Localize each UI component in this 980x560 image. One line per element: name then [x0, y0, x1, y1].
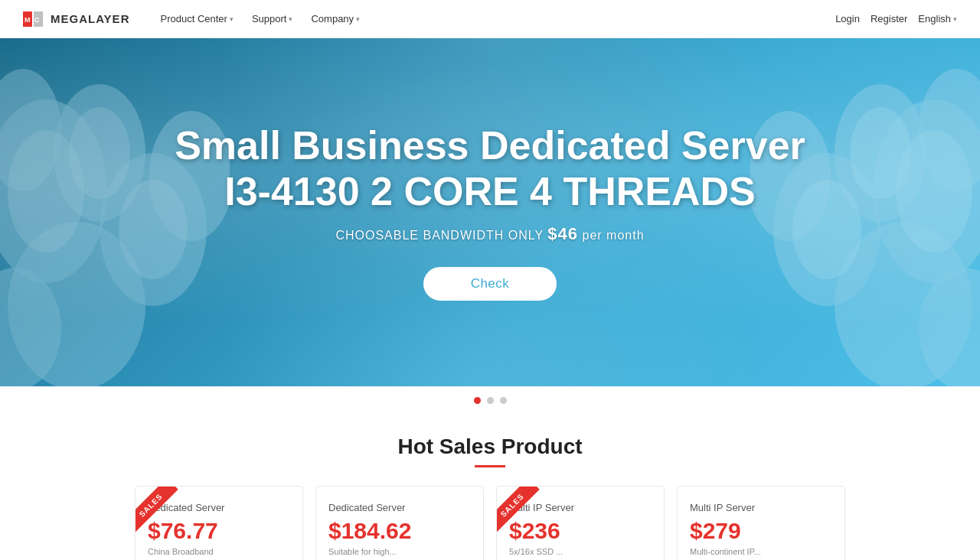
hero-title-line1: Small Business Dedicated Server [175, 124, 805, 168]
card-type-2: Dedicated Server [328, 502, 471, 513]
svg-text:C: C [34, 16, 40, 24]
hero-title-line2: I3-4130 2 CORE 4 THREADS [175, 168, 805, 215]
language-selector[interactable]: English ▾ [918, 13, 957, 24]
nav-links: Product Center ▾ Support ▾ Company ▾ [152, 8, 368, 29]
login-link[interactable]: Login [835, 13, 860, 24]
carousel-dot-2[interactable] [487, 397, 494, 404]
logo[interactable]: M C MEGALAYER [23, 11, 129, 27]
hero-check-button[interactable]: Check [423, 267, 557, 301]
hot-sales-title: Hot Sales Product [15, 435, 965, 459]
logo-icon: M C [23, 11, 46, 27]
carousel-dot-1[interactable] [474, 397, 481, 404]
card-price-4: $279 [690, 518, 832, 544]
brand-name: MEGALAYER [51, 12, 129, 25]
svg-point-22 [850, 107, 911, 199]
card-desc-2: Suitable for high... [328, 547, 471, 556]
product-card-1[interactable]: SALES Dedicated Server $76.77 China Broa… [135, 486, 303, 560]
svg-text:M: M [24, 16, 31, 24]
card-desc-1: China Broadband [148, 547, 290, 556]
carousel-dot-3[interactable] [500, 397, 507, 404]
product-card-4[interactable]: Multi IP Server $279 Multi-continent IP.… [677, 486, 845, 560]
navbar: M C MEGALAYER Product Center ▾ Support ▾… [0, 0, 980, 38]
product-cards-row: SALES Dedicated Server $76.77 China Broa… [15, 486, 965, 560]
register-link[interactable]: Register [871, 13, 907, 24]
card-price-2: $184.62 [328, 518, 471, 544]
sales-badge-1: SALES [135, 486, 188, 539]
chevron-down-icon: ▾ [230, 15, 234, 23]
card-type-4: Multi IP Server [690, 502, 832, 513]
svg-point-12 [69, 107, 130, 199]
chevron-down-icon: ▾ [953, 15, 957, 23]
nav-support[interactable]: Support ▾ [244, 8, 301, 29]
nav-right: Login Register English ▾ [835, 13, 957, 24]
hero-content: Small Business Dedicated Server I3-4130 … [175, 124, 805, 301]
sales-badge-3: SALES [496, 486, 549, 539]
hero-subtitle: CHOOSABLE BANDWIDTH ONLY $46 per month [175, 224, 805, 244]
product-card-2[interactable]: Dedicated Server $184.62 Suitable for hi… [315, 486, 484, 560]
hero-carousel-dots [0, 386, 980, 412]
card-desc-3: 5x/16x SSD ... [509, 547, 652, 556]
card-desc-4: Multi-continent IP... [690, 547, 832, 556]
hero-banner: Small Business Dedicated Server I3-4130 … [0, 38, 980, 386]
chevron-down-icon: ▾ [289, 15, 292, 23]
nav-company[interactable]: Company ▾ [303, 8, 368, 29]
chevron-down-icon: ▾ [356, 15, 360, 23]
nav-product-center[interactable]: Product Center ▾ [152, 8, 240, 29]
hot-sales-section: Hot Sales Product SALES Dedicated Server… [0, 412, 980, 560]
hot-sales-underline [475, 465, 505, 467]
product-card-3[interactable]: SALES Multi IP Server $236 5x/16x SSD ..… [496, 486, 665, 560]
